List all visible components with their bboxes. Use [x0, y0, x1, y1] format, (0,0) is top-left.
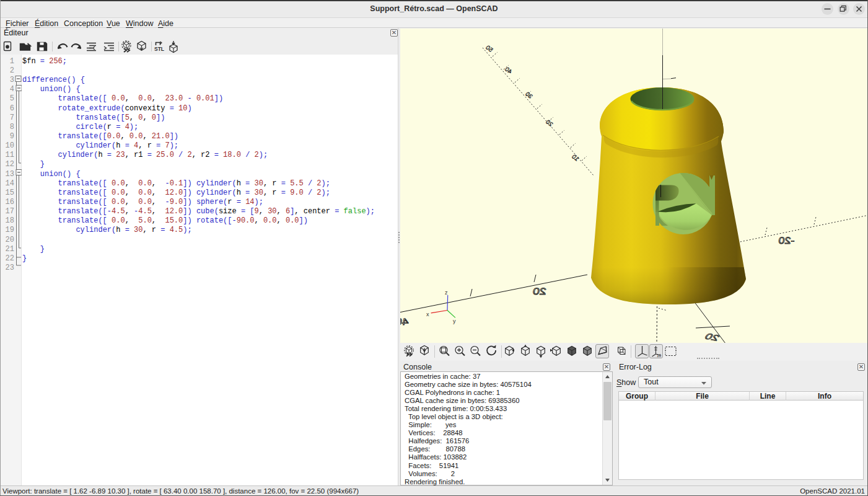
svg-text:x: x	[426, 311, 429, 317]
svg-text:y: y	[453, 318, 456, 324]
svg-text:10: 10	[657, 353, 662, 358]
svg-text:STL: STL	[154, 46, 164, 52]
svg-text:-20: -20	[778, 235, 796, 246]
svg-text:20: 20	[532, 286, 547, 296]
svg-text:z: z	[445, 290, 448, 296]
svg-text:40: 40	[400, 316, 410, 327]
